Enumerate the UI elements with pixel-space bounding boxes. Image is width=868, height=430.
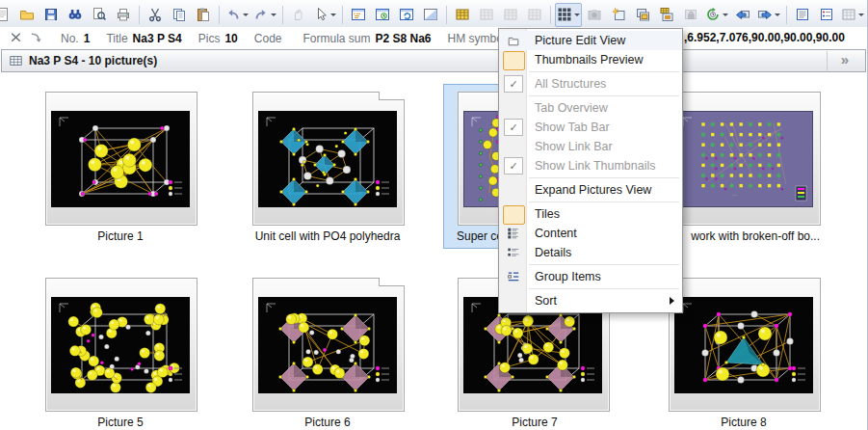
field-label: Pics [198,32,221,45]
goto-record-button[interactable] [27,30,45,47]
picture-tile-2[interactable] [252,92,405,226]
picture-label[interactable]: Picture 5 [34,416,207,429]
document-view-button[interactable] [791,3,814,27]
menu-item-show-link-thumbnails: ✓Show Link Thumbnails [499,156,682,175]
restore-picture-button[interactable] [703,3,730,27]
menu-item-expand-pictures-view[interactable]: Expand Pictures View [499,180,682,200]
properties-view-button[interactable] [815,3,838,27]
recent-pane-button[interactable] [371,3,394,27]
menu-separator [529,95,679,96]
redo-button[interactable] [251,3,278,27]
copy-picture-button[interactable] [631,3,654,27]
menu-item-show-tab-bar: ✓Show Tab Bar [499,118,682,137]
floppy-icon [43,7,60,23]
tab-overflow-chevron[interactable]: » [827,51,858,70]
redo-arrow-icon [252,7,269,23]
frame-corner-fold [379,278,405,286]
previous-picture-button[interactable] [731,3,754,27]
menu-item-label: Tiles [535,207,560,221]
toolbar-separator [550,6,551,24]
menu-item-tiles[interactable]: Tiles [499,204,682,224]
next-picture-button[interactable] [755,3,782,27]
field-value: P2 S8 Na6 [376,32,432,45]
picture-tile-5[interactable] [45,278,197,412]
picture-label[interactable]: Super ce [457,229,503,243]
picture-stack-icon [659,7,675,23]
data-sheet-button[interactable] [451,3,474,27]
menu-item-picture-edit-view[interactable]: Picture Edit View [499,31,682,50]
refresh-view-button[interactable] [395,3,418,27]
picture-label[interactable]: Picture 6 [241,416,414,429]
field-value: 1 [84,32,91,45]
record-field-no-: No.1 [61,32,90,45]
pan-mode-button [287,3,310,27]
picture-label[interactable]: work with broken-off bo... [691,229,820,243]
picture-label[interactable]: Unit cell with PO4 polyhedra [241,229,414,243]
save-document-button[interactable] [39,3,63,27]
picture-tile-6[interactable] [252,278,405,412]
print-preview-button[interactable] [88,3,111,27]
record-info-bar: No.1TitleNa3 P S4Pics10CodeFormula sumP2… [0,27,867,49]
props-list-icon [819,7,835,23]
new-document-button[interactable] [0,3,14,27]
grid-thumbs-icon [503,51,525,70]
menu-separator [529,288,679,289]
menu-item-thumbnails-preview[interactable]: Thumbnails Preview [499,50,682,69]
record-field-title: TitleNa3 P S4 [106,32,181,45]
close-record-button[interactable] [7,30,25,47]
tab-bar[interactable]: Na3 P S4 - 10 picture(s) » [1,49,866,72]
picture-camera-button [583,3,606,27]
frame-corner-fold [379,92,405,100]
cut-button[interactable] [144,3,167,27]
menu-item-label: Show Tab Bar [535,121,610,134]
details-rows-icon [503,244,523,261]
picture-tile-4[interactable] [669,92,821,226]
nav-forward-icon [756,7,773,23]
field-label: Title [106,32,127,45]
new-picture-button[interactable] [607,3,630,27]
find-button[interactable] [64,3,87,27]
printer-icon [116,7,132,23]
record-field-formula-sum: Formula sumP2 S8 Na6 [302,32,431,45]
picture-label[interactable]: Picture 8 [657,416,830,429]
main-toolbar [0,0,867,29]
print-button[interactable] [112,3,135,27]
toolbar-separator [139,6,140,24]
split-view-button[interactable] [419,3,442,27]
menu-item-sort[interactable]: Sort [499,291,682,310]
toolbar-separator [219,6,220,24]
picture-tile-1[interactable] [45,92,197,226]
menu-item-label: Expand Pictures View [535,183,651,197]
menu-item-label: All Structures [535,77,606,91]
open-document-button[interactable] [15,3,39,27]
undo-button[interactable] [224,3,250,27]
copy-button[interactable] [168,3,191,27]
pictures-pane: Picture 1Unit cell with PO4 polyhedraSup… [0,73,867,430]
duplicate-picture-button[interactable] [655,3,678,27]
dropdown-arrow-icon [271,13,276,16]
field-label: Code [254,32,282,45]
navigation-pane-button[interactable] [347,3,370,27]
menu-item-content[interactable]: Content [499,224,682,243]
picture-label[interactable]: Picture 7 [448,416,621,429]
select-mode-button[interactable] [311,3,338,27]
picture-tile-8[interactable] [669,278,821,412]
content-rows-icon [503,225,523,242]
menu-separator [529,264,679,265]
field-value: 10 [224,32,237,45]
toolbar-separator [786,6,787,24]
menu-item-details[interactable]: Details [499,243,682,262]
paste-button[interactable] [192,3,215,27]
toolbar-separator [446,6,447,24]
table-view-button[interactable] [839,3,866,27]
menu-item-group-items[interactable]: Group Items [499,267,682,286]
picture-view-mode-button[interactable] [555,3,582,27]
thumbs-grid-icon [556,7,572,23]
picture-label[interactable]: Picture 1 [34,229,207,243]
picture-copy-icon [635,7,651,23]
table-yellow-icon [455,7,471,23]
field-value: Na3 P S4 [133,32,182,45]
dropdown-arrow-icon [723,13,728,16]
record-fields: No.1TitleNa3 P S4Pics10CodeFormula sumP2… [61,32,557,45]
table-gray-icon [527,7,543,23]
